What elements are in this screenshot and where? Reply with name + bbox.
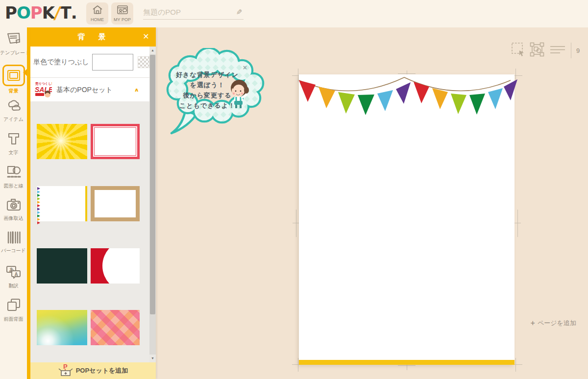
marquee-select-icon[interactable] <box>511 42 525 59</box>
logo-letter: T <box>60 3 71 23</box>
background-icon <box>2 65 25 86</box>
hint-line: 好きな背景デザイン <box>171 70 244 80</box>
sidebar-item-front-back[interactable]: 前面背面 <box>0 294 27 327</box>
shapes-lines-icon <box>6 165 22 181</box>
plus-icon: ＋ <box>529 319 536 328</box>
crop-mark <box>515 358 516 372</box>
hint-speech-bubble: 好きな背景デザイン を選ぼう！ 後から変更する こともできるよ！ × <box>165 48 268 128</box>
collapse-chevron-icon[interactable]: ∧ <box>134 87 139 93</box>
hint-line: を選ぼう！ <box>171 80 244 90</box>
text-icon <box>6 131 21 148</box>
home-button[interactable]: HOME <box>86 2 108 24</box>
mypop-icon <box>117 5 128 17</box>
hint-line: こともできるよ！ <box>171 100 244 111</box>
bg-thumbnail-pink-gingham[interactable] <box>91 310 140 345</box>
bg-thumbnail-dark-green[interactable] <box>37 248 87 284</box>
mypop-button-label: MY POP <box>114 17 131 22</box>
sidebar-item-label: バーコード <box>0 247 27 254</box>
crop-mark <box>296 210 296 237</box>
svg-text:売りつくし!: 売りつくし! <box>35 82 52 86</box>
scroll-up-arrow[interactable]: ▲ <box>149 47 156 54</box>
home-icon <box>92 5 103 17</box>
crescent-white-circle <box>102 248 140 284</box>
sidebar-item-label: 背景 <box>0 88 27 94</box>
logo-letter: P <box>30 3 42 23</box>
page-bottom-yellow-bar <box>299 360 514 365</box>
bg-thumbnail-sunburst[interactable] <box>37 124 87 159</box>
add-popset-label: POPセットを追加 <box>76 366 128 375</box>
bg-thumbnail-kraft-frame[interactable] <box>91 186 140 221</box>
background-thumbnails-area <box>30 101 150 362</box>
template-icon <box>6 31 22 48</box>
panel-header: 背 景 ✕ <box>30 27 156 47</box>
panel-close-icon[interactable]: ✕ <box>141 32 151 42</box>
bg-thumbnail-red-frame[interactable] <box>91 124 140 159</box>
transform-group-icon[interactable] <box>530 42 544 59</box>
camera-icon <box>6 198 22 213</box>
hint-text: 好きな背景デザイン を選ぼう！ 後から変更する こともできるよ！ <box>171 70 244 111</box>
sidebar-item-shapes[interactable]: 図形と線 <box>0 161 27 194</box>
add-popset-button[interactable]: P POPセットを追加 <box>30 362 156 379</box>
sidebar-item-translate[interactable]: あA 翻訳 <box>0 261 27 294</box>
sidebar-item-barcode[interactable]: バーコード <box>0 227 27 261</box>
toolbar-divider <box>571 43 571 58</box>
sidebar-item-label: 図形と線 <box>0 183 27 190</box>
pop-page[interactable] <box>299 74 514 365</box>
popset-section-title: 基本のPOPセット <box>56 86 113 95</box>
panel-scrollbar[interactable]: ▲ ▼ <box>149 47 156 362</box>
bg-thumbnail-gradient-glow[interactable] <box>37 310 87 345</box>
translate-icon: あA <box>6 264 22 281</box>
sidebar-item-image-import[interactable]: 画像取込 <box>0 194 27 227</box>
popset-box-icon: P <box>58 363 73 379</box>
sidebar-item-background[interactable]: 背景 <box>0 61 27 94</box>
zoom-indicator: 9 <box>576 47 583 54</box>
sidebar-item-template[interactable]: テンプレート <box>0 27 27 61</box>
app-header: POPK/T. HOME MY POP ✎ <box>0 0 588 27</box>
crop-mark <box>514 223 521 223</box>
bunting-flags <box>296 71 521 130</box>
popset-section-header[interactable]: 売りつくし!SALE 基本のPOPセット ∧ <box>30 78 150 101</box>
barcode-icon <box>6 231 21 246</box>
document-title-input[interactable] <box>143 6 231 18</box>
mypop-button[interactable]: MY POP <box>111 2 133 24</box>
popkit-logo[interactable]: POPK/T. <box>5 3 77 23</box>
tool-sidebar: テンプレート 背景 アイテム 文字 図形と線 <box>0 27 27 379</box>
logo-letter: . <box>71 3 77 23</box>
crop-mark <box>298 358 298 372</box>
panel-title: 背 景 <box>78 32 109 42</box>
sidebar-item-text[interactable]: 文字 <box>0 127 27 161</box>
transparency-checker-icon[interactable] <box>138 56 149 68</box>
logo-letter: K <box>42 3 54 23</box>
sidebar-item-items[interactable]: アイテム <box>0 94 27 127</box>
red-frame-inner <box>94 127 136 156</box>
sale-badge-icon: 売りつくし!SALE <box>34 80 52 100</box>
scrollbar-thumb[interactable] <box>150 55 155 314</box>
sidebar-item-label: 画像取込 <box>0 215 27 222</box>
sidebar-item-label: 前面背面 <box>0 316 27 323</box>
canvas-toolbar: 9 <box>511 42 583 59</box>
background-panel: 背 景 ✕ 単色で塗りつぶし 売りつくし!SALE 基本のPOPセット ∧ <box>30 27 156 379</box>
crop-mark <box>517 210 518 237</box>
add-page-label: ページを追加 <box>538 319 576 328</box>
sidebar-item-label: テンプレート <box>0 49 27 56</box>
home-button-label: HOME <box>91 17 104 22</box>
front-back-icon <box>6 298 21 314</box>
sidebar-item-label: アイテム <box>0 116 27 123</box>
logo-letter: O <box>17 3 30 23</box>
document-title-field-wrap: ✎ <box>143 6 244 20</box>
sidebar-item-label: 翻訳 <box>0 283 27 289</box>
solid-fill-label: 単色で塗りつぶし <box>33 58 89 67</box>
mini-bunting-icon <box>37 187 40 224</box>
panel-accent-strip <box>27 27 30 379</box>
bg-thumbnail-red-crescent[interactable] <box>91 248 140 284</box>
crop-mark <box>293 223 299 223</box>
logo-letter: P <box>5 3 17 23</box>
hint-close-icon[interactable]: × <box>243 64 247 71</box>
scroll-down-arrow[interactable]: ▼ <box>149 355 156 362</box>
popkit-editor: POPK/T. HOME MY POP ✎ テンプレート <box>0 0 588 379</box>
color-swatch-input[interactable] <box>92 54 133 71</box>
edit-pencil-icon: ✎ <box>236 8 243 17</box>
add-page-button[interactable]: ＋ ページを追加 <box>529 319 576 328</box>
layer-list-icon[interactable] <box>549 44 566 57</box>
bg-thumbnail-bunting[interactable] <box>37 186 87 221</box>
